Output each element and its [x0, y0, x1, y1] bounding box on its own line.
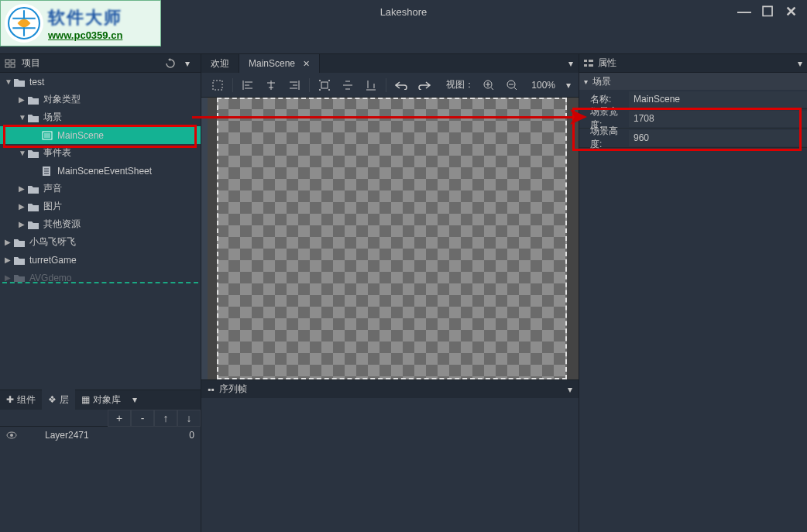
- expand-arrow-icon[interactable]: ▶: [19, 202, 28, 211]
- sequence-icon: ▪▪: [208, 384, 215, 395]
- svg-rect-11: [321, 82, 328, 88]
- project-panel-header: 项目 ▾: [0, 54, 201, 73]
- right-panel: 属性 ▾ ▾ 场景 名称: MainScene 场景宽度: 1708 场景高度:…: [579, 54, 807, 532]
- editor-tabs: 欢迎 MainScene ✕ ▾: [201, 54, 579, 73]
- tree-item-label: 事件表: [43, 146, 71, 160]
- annotation-arrow-head-icon: [570, 107, 590, 127]
- close-tab-icon[interactable]: ✕: [303, 59, 310, 69]
- expand-arrow-icon[interactable]: ▶: [19, 95, 28, 104]
- tree-item-turretgame[interactable]: ▶turretGame: [0, 251, 201, 269]
- align-left-icon[interactable]: [239, 77, 256, 94]
- canvas[interactable]: [201, 98, 579, 379]
- align-top-icon[interactable]: [316, 77, 333, 94]
- layer-list[interactable]: Layer2471 0: [0, 427, 201, 533]
- folder-icon: [14, 238, 26, 247]
- align-bottom-icon[interactable]: [362, 77, 379, 94]
- svg-rect-18: [584, 60, 587, 62]
- left-bottom-tabs: ✚ 组件 ❖ 层 ▦ 对象库 ▾: [0, 390, 201, 410]
- ruler: [201, 98, 208, 379]
- layer-up-button[interactable]: ↑: [154, 410, 177, 427]
- maximize-button[interactable]: ☐: [756, 2, 779, 21]
- expand-arrow-icon[interactable]: ▶: [5, 238, 14, 246]
- expand-arrow-icon[interactable]: ▼: [19, 113, 28, 122]
- tree-item-label: AVGdemo: [29, 273, 71, 283]
- align-center-h-icon[interactable]: [263, 77, 280, 94]
- sequence-title: 序列帧: [219, 383, 247, 396]
- annotation-highlight-box: [572, 108, 802, 151]
- view-label: 视图：: [446, 78, 474, 91]
- remove-layer-button[interactable]: -: [131, 410, 154, 427]
- refresh-button[interactable]: [162, 56, 179, 71]
- properties-icon: [584, 59, 593, 68]
- tree-item--[interactable]: ▼场景: [0, 108, 201, 126]
- folder-icon: [28, 202, 40, 211]
- layer-down-button[interactable]: ↓: [177, 410, 201, 427]
- tree-item-test[interactable]: ▼test: [0, 73, 201, 91]
- tab-layers[interactable]: ❖ 层: [42, 390, 75, 410]
- minimize-button[interactable]: —: [733, 2, 756, 21]
- expand-arrow-icon[interactable]: ▶: [19, 184, 28, 193]
- expand-arrow-icon[interactable]: ▶: [5, 256, 14, 264]
- svg-point-13: [328, 80, 330, 81]
- selection-highlight-box: [3, 125, 197, 148]
- project-panel-title: 项目: [22, 57, 40, 70]
- add-layer-button[interactable]: +: [108, 410, 131, 427]
- annotation-arrow-line: [192, 116, 579, 118]
- tree-item-label: 声音: [43, 182, 62, 195]
- properties-panel-title: 属性: [598, 57, 616, 70]
- project-tree[interactable]: ▼test▶对象类型▼场景MainScene▼事件表MainSceneEvent…: [0, 73, 201, 282]
- svg-point-12: [319, 80, 321, 81]
- properties-section-label: 场景: [592, 75, 611, 88]
- prop-name-value[interactable]: MainScene: [629, 91, 807, 108]
- align-middle-icon[interactable]: [339, 77, 356, 94]
- collapse-icon: ▾: [584, 77, 588, 86]
- expand-arrow-icon[interactable]: ▶: [5, 273, 14, 282]
- select-tool-icon[interactable]: [209, 77, 226, 94]
- align-right-icon[interactable]: [286, 77, 303, 94]
- expand-arrow-icon[interactable]: ▼: [5, 77, 14, 86]
- properties-section-header[interactable]: ▾ 场景: [579, 73, 807, 90]
- zoom-out-icon[interactable]: [503, 77, 520, 94]
- project-icon: [5, 58, 17, 69]
- svg-rect-1: [5, 60, 9, 63]
- panel-menu-button[interactable]: ▾: [179, 56, 196, 71]
- tab-components[interactable]: ✚ 组件: [0, 390, 42, 410]
- properties-menu[interactable]: ▾: [798, 58, 802, 69]
- tab-mainscene[interactable]: MainScene ✕: [239, 54, 320, 73]
- redo-icon[interactable]: [416, 77, 433, 94]
- tree-item--[interactable]: ▶小鸟飞呀飞: [0, 233, 201, 251]
- left-tabs-menu[interactable]: ▾: [127, 394, 143, 405]
- tree-item-mainsceneeventsheet[interactable]: MainSceneEventSheet: [0, 162, 201, 180]
- tree-item--[interactable]: ▶声音: [0, 180, 201, 197]
- objects-icon: ▦: [81, 394, 90, 405]
- tab-welcome[interactable]: 欢迎: [201, 54, 239, 73]
- visibility-icon[interactable]: [6, 431, 22, 439]
- expand-arrow-icon[interactable]: ▼: [19, 149, 28, 157]
- close-button[interactable]: ✕: [779, 2, 802, 21]
- puzzle-icon: ✚: [6, 394, 14, 405]
- app-title: Lakeshore: [380, 6, 428, 18]
- zoom-dropdown-icon[interactable]: ▾: [566, 80, 571, 91]
- sequence-menu[interactable]: ▾: [568, 384, 572, 395]
- layer-row[interactable]: Layer2471 0: [0, 427, 201, 444]
- properties-panel-header: 属性 ▾: [579, 54, 807, 73]
- folder-icon: [14, 256, 26, 265]
- folder-icon: [28, 220, 40, 229]
- expand-arrow-icon[interactable]: ▶: [19, 220, 28, 228]
- tree-item--[interactable]: ▶图片: [0, 197, 201, 215]
- tree-item-label: 小鸟飞呀飞: [29, 235, 76, 249]
- center-panel: 欢迎 MainScene ✕ ▾ 视图： 10: [201, 54, 579, 532]
- folder-icon: [28, 113, 40, 122]
- tree-item--[interactable]: ▶对象类型: [0, 91, 201, 108]
- zoom-value[interactable]: 100%: [527, 80, 560, 91]
- logo-icon: [5, 4, 43, 43]
- tree-item-avgdemo[interactable]: ▶AVGdemo: [0, 269, 201, 282]
- folder-icon: [28, 149, 40, 158]
- tree-item--[interactable]: ▶其他资源: [0, 215, 201, 233]
- undo-icon[interactable]: [393, 77, 410, 94]
- tree-item-label: 场景: [43, 111, 62, 124]
- zoom-in-icon[interactable]: [480, 77, 497, 94]
- tab-objects[interactable]: ▦ 对象库: [75, 390, 127, 410]
- tabs-menu[interactable]: ▾: [563, 58, 579, 69]
- tab-components-label: 组件: [17, 393, 36, 407]
